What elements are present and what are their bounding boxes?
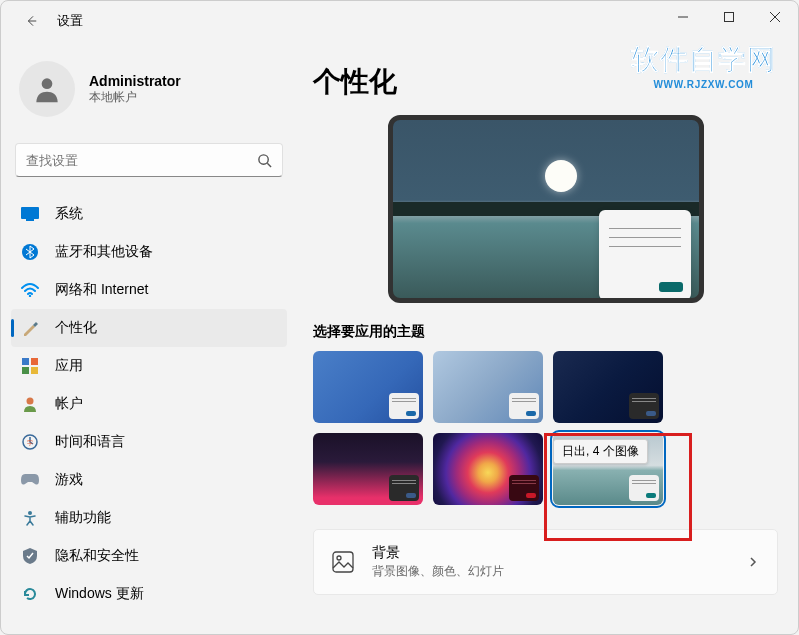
sidebar-item-network[interactable]: 网络和 Internet [11,271,287,309]
svg-rect-8 [31,358,38,365]
background-icon [332,551,354,573]
sidebar-item-label: 系统 [55,205,83,223]
sidebar-item-personalization[interactable]: 个性化 [11,309,287,347]
svg-point-11 [27,398,34,405]
sidebar-item-label: 帐户 [55,395,83,413]
privacy-icon [21,547,39,565]
sidebar-item-windows-update[interactable]: Windows 更新 [11,575,287,613]
sidebar-item-label: 网络和 Internet [55,281,148,299]
user-section[interactable]: Administrator 本地帐户 [11,53,287,131]
time-language-icon: 字 [21,433,39,451]
maximize-button[interactable] [706,1,752,33]
sidebar-item-label: 蓝牙和其他设备 [55,243,153,261]
desktop-preview [388,115,704,303]
svg-point-6 [29,295,31,297]
sidebar-item-accounts[interactable]: 帐户 [11,385,287,423]
background-setting-row[interactable]: 背景 背景图像、颜色、幻灯片 [313,529,778,595]
theme-option-2[interactable] [433,351,543,423]
sidebar-item-gaming[interactable]: 游戏 [11,461,287,499]
svg-point-1 [42,78,53,89]
sidebar-item-time-language[interactable]: 字 时间和语言 [11,423,287,461]
theme-option-3[interactable] [553,351,663,423]
svg-rect-9 [22,367,29,374]
apps-icon [21,357,39,375]
sidebar-item-label: 隐私和安全性 [55,547,139,565]
sidebar-item-accessibility[interactable]: 辅助功能 [11,499,287,537]
svg-rect-3 [21,207,39,219]
theme-option-4[interactable] [313,433,423,505]
svg-point-2 [259,154,268,163]
chevron-right-icon [747,556,759,568]
svg-rect-7 [22,358,29,365]
sidebar-item-apps[interactable]: 应用 [11,347,287,385]
sidebar-item-label: 个性化 [55,319,97,337]
system-icon [21,205,39,223]
svg-text:字: 字 [27,439,33,446]
setting-desc: 背景图像、颜色、幻灯片 [372,563,747,580]
personalization-icon [21,319,39,337]
user-type: 本地帐户 [89,89,181,106]
sidebar-item-label: 辅助功能 [55,509,111,527]
sidebar: Administrator 本地帐户 系统 蓝牙和其他设备 网络和 Intern… [1,41,297,634]
setting-title: 背景 [372,544,747,562]
search-box[interactable] [15,143,283,177]
theme-option-5[interactable] [433,433,543,505]
bluetooth-icon [21,243,39,261]
sidebar-item-system[interactable]: 系统 [11,195,287,233]
sidebar-item-label: Windows 更新 [55,585,144,603]
back-button[interactable] [19,9,43,33]
svg-rect-10 [31,367,38,374]
search-input[interactable] [26,153,257,168]
windows-update-icon [21,585,39,603]
sidebar-item-label: 游戏 [55,471,83,489]
sidebar-item-label: 应用 [55,357,83,375]
theme-option-1[interactable] [313,351,423,423]
avatar [19,61,75,117]
accessibility-icon [21,509,39,527]
svg-rect-15 [333,552,353,572]
watermark: 软件自学网 WWW.RJZXW.COM [631,41,776,90]
svg-rect-4 [26,219,34,221]
sidebar-item-bluetooth[interactable]: 蓝牙和其他设备 [11,233,287,271]
svg-point-14 [28,511,32,515]
gaming-icon [21,471,39,489]
close-button[interactable] [752,1,798,33]
minimize-button[interactable] [660,1,706,33]
themes-section-label: 选择要应用的主题 [313,323,778,341]
main-content: 软件自学网 WWW.RJZXW.COM 个性化 选择要应用的主题 日出, 4 个… [297,41,798,634]
sidebar-item-privacy[interactable]: 隐私和安全性 [11,537,287,575]
svg-rect-0 [725,13,734,22]
theme-tooltip: 日出, 4 个图像 [553,439,648,464]
user-name: Administrator [89,73,181,89]
sidebar-item-label: 时间和语言 [55,433,125,451]
search-icon [257,153,272,168]
network-icon [21,281,39,299]
accounts-icon [21,395,39,413]
window-title: 设置 [57,12,83,30]
svg-point-16 [337,556,341,560]
